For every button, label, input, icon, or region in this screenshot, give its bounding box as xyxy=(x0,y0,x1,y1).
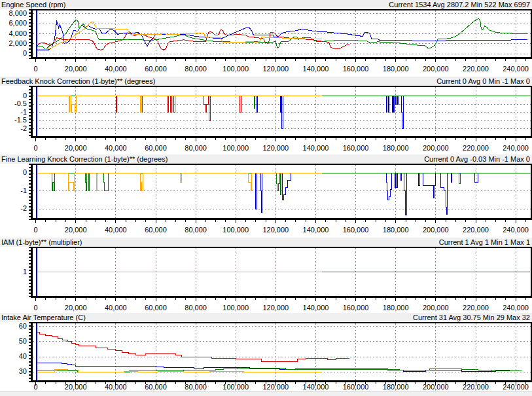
x-tick-label: 140,000 xyxy=(303,144,329,152)
x-tick-label: 40,000 xyxy=(105,383,127,391)
y-axis-labels: 8,0006,0004,0002,0000 xyxy=(0,9,29,59)
y-tick-label: 0 xyxy=(23,50,27,57)
y-tick-label: 30 xyxy=(19,368,27,375)
series-line-blue xyxy=(36,363,520,372)
x-tick-label: 160,000 xyxy=(343,226,369,234)
x-tick-label: 120,000 xyxy=(262,383,289,391)
plot-svg xyxy=(33,165,531,218)
x-tick-label: 20,000 xyxy=(65,383,87,391)
x-tick-label: 180,000 xyxy=(383,65,409,73)
x-tick-label: 60,000 xyxy=(145,144,167,152)
x-tick-label: 60,000 xyxy=(145,304,167,312)
y-tick-label: -1 xyxy=(20,109,27,116)
series-line-green xyxy=(36,18,528,50)
x-tick-label: 240,000 xyxy=(503,226,529,234)
x-axis: 020,00040,00060,00080,000100,000120,0001… xyxy=(0,220,532,238)
x-tick-label: 60,000 xyxy=(145,65,167,73)
x-tick-label: 20,000 xyxy=(65,65,87,73)
x-axis-svg: 020,00040,00060,00080,000100,000120,0001… xyxy=(0,298,532,313)
chart-titlebar: IAM (1-byte)** (multiplier) Current 1 Av… xyxy=(0,238,532,247)
x-tick-label: 220,000 xyxy=(463,144,489,152)
x-tick-label: 20,000 xyxy=(65,144,87,152)
x-tick-label: 220,000 xyxy=(463,304,489,312)
x-tick-label: 200,000 xyxy=(423,65,449,73)
series-line-green xyxy=(36,96,530,109)
x-tick-label: 180,000 xyxy=(383,226,409,234)
x-tick-label: 20,000 xyxy=(65,304,87,312)
x-tick-label: 220,000 xyxy=(463,65,489,73)
x-tick-label: 60,000 xyxy=(145,226,167,234)
plot-row: 8,0006,0004,0002,0000 xyxy=(0,9,532,59)
y-tick-label: -1.5 xyxy=(14,117,27,124)
plot-row: 1 xyxy=(0,247,532,298)
chart-title: Engine Speed (rpm) xyxy=(1,0,65,9)
y-tick-label: -2 xyxy=(20,205,27,212)
x-tick-label: 180,000 xyxy=(383,304,409,312)
x-tick-label: 220,000 xyxy=(463,383,489,391)
y-tick-label: 50 xyxy=(19,338,27,345)
x-tick-label: 180,000 xyxy=(383,144,409,152)
x-tick-label: 200,000 xyxy=(423,226,449,234)
y-tick-label: -1 xyxy=(20,187,27,194)
x-tick-label: 0 xyxy=(34,65,38,73)
plot-area[interactable] xyxy=(33,9,532,59)
x-tick-label: 80,000 xyxy=(185,304,207,312)
plot-area[interactable] xyxy=(33,86,532,138)
plot-row: 60504030 xyxy=(0,322,532,382)
x-tick-label: 160,000 xyxy=(343,304,369,312)
chart-title: Feedback Knock Correction (1-byte)** (de… xyxy=(1,77,155,86)
x-tick-label: 80,000 xyxy=(185,383,207,391)
x-axis-svg: 020,00040,00060,00080,000100,000120,0001… xyxy=(0,382,532,391)
y-tick-label: -2 xyxy=(20,125,27,132)
chart-stats: Current 31 Avg 30.75 Min 29 Max 32 xyxy=(413,313,530,322)
x-tick-label: 120,000 xyxy=(262,226,289,234)
y-tick-label: 4,000 xyxy=(9,30,27,37)
y-axis-labels: 1 xyxy=(0,247,29,298)
x-axis: 020,00040,00060,00080,000100,000120,0001… xyxy=(0,59,532,77)
series-line-green xyxy=(36,173,530,194)
y-tick-label: 8,000 xyxy=(9,10,27,17)
x-tick-label: 80,000 xyxy=(185,144,207,152)
x-tick-label: 0 xyxy=(34,383,38,391)
chart-panel-engine-speed: Engine Speed (rpm) Current 1534 Avg 2807… xyxy=(0,0,532,77)
y-tick-label: 60 xyxy=(19,323,27,330)
series-line-red xyxy=(36,96,350,120)
x-tick-label: 100,000 xyxy=(222,226,249,234)
chart-panel-fine-learning-knock: Fine Learning Knock Correction (1-byte)*… xyxy=(0,154,532,238)
x-tick-label: 80,000 xyxy=(185,226,207,234)
x-tick-label: 0 xyxy=(34,226,38,234)
plot-area[interactable] xyxy=(33,164,532,220)
bottom-status-strip xyxy=(0,391,532,396)
plot-area[interactable] xyxy=(33,247,532,298)
chart-stats: Current 0 Avg 0 Min -1 Max 0 xyxy=(436,77,530,86)
y-tick-label: -0.5 xyxy=(14,100,27,107)
x-tick-label: 160,000 xyxy=(343,65,369,73)
x-tick-label: 100,000 xyxy=(222,65,249,73)
series-line-orange xyxy=(36,173,322,190)
x-tick-label: 0 xyxy=(34,144,38,152)
x-tick-label: 200,000 xyxy=(423,304,449,312)
x-tick-label: 140,000 xyxy=(303,383,329,391)
chart-titlebar: Feedback Knock Correction (1-byte)** (de… xyxy=(0,77,532,86)
chart-titlebar: Intake Air Temperature (C) Current 31 Av… xyxy=(0,313,532,322)
y-tick-label: 0 xyxy=(23,92,27,99)
chart-title: IAM (1-byte)** (multiplier) xyxy=(1,238,82,247)
x-tick-label: 40,000 xyxy=(105,65,127,73)
x-tick-label: 200,000 xyxy=(423,144,449,152)
x-tick-label: 60,000 xyxy=(145,383,167,391)
plot-svg xyxy=(33,10,531,57)
x-tick-label: 100,000 xyxy=(222,304,249,312)
y-axis-labels: 60504030 xyxy=(0,322,29,382)
x-tick-label: 100,000 xyxy=(222,144,249,152)
x-tick-label: 200,000 xyxy=(423,383,449,391)
x-tick-label: 240,000 xyxy=(503,304,529,312)
plot-area[interactable] xyxy=(33,322,532,382)
x-tick-label: 240,000 xyxy=(503,383,529,391)
x-tick-label: 80,000 xyxy=(185,65,207,73)
series-line-red xyxy=(36,29,350,50)
chart-stats: Current 1 Avg 1 Min 1 Max 1 xyxy=(439,238,530,247)
plot-row: 0-0.5-1-1.5-2 xyxy=(0,86,532,138)
x-axis-svg: 020,00040,00060,00080,000100,000120,0001… xyxy=(0,138,532,154)
chart-stats: Current 1534 Avg 2807.2 Min 522 Max 6997 xyxy=(389,0,530,9)
x-axis: 020,00040,00060,00080,000100,000120,0001… xyxy=(0,298,532,313)
